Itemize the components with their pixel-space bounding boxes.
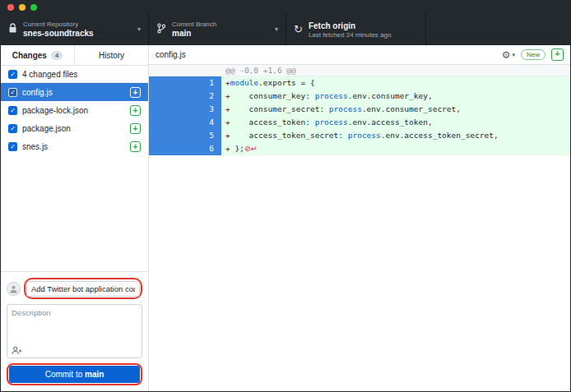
current-branch-button[interactable]: Current Branch main ▾ (149, 13, 286, 45)
zoom-window-button[interactable] (30, 4, 37, 11)
fetch-label: Fetch origin (309, 21, 392, 30)
gear-icon: ⚙ (502, 50, 511, 60)
diff-body: @@ -0,0 +1,6 @@ 1 +module.exports = { 2 … (149, 65, 570, 391)
chevron-down-icon: ▾ (275, 25, 278, 33)
file-name: package.json (22, 124, 71, 133)
code-text: + };⊘↵ (221, 142, 570, 155)
file-row-package-lock-json[interactable]: ✓ package-lock.json + (1, 101, 148, 119)
changed-files-header: ✓ 4 changed files (1, 66, 148, 83)
minimize-window-button[interactable] (19, 4, 26, 11)
branch-label: Current Branch (172, 21, 216, 28)
file-name: package-lock.json (22, 106, 88, 115)
code-text: +module.exports = { (221, 76, 570, 90)
file-list-empty-space (1, 155, 148, 271)
diff-header: config.js ⚙ ▾ New + (149, 45, 570, 65)
annotation-highlight-summary (24, 278, 142, 299)
select-all-checkbox[interactable]: ✓ (8, 70, 17, 79)
file-name: config.js (22, 88, 53, 97)
code-text: + access_token: process.env.access_token… (221, 116, 570, 129)
main-content: Changes 4 History ✓ 4 changed files ✓ co… (1, 45, 570, 391)
github-desktop-window: Current Repository snes-soundtracks ▾ Cu… (0, 0, 571, 392)
sync-icon: ↻ (294, 24, 303, 35)
file-name: snes.js (22, 142, 48, 151)
lock-icon (8, 22, 17, 37)
close-window-button[interactable] (7, 4, 14, 11)
commit-description-box (7, 304, 142, 358)
diff-line[interactable]: 3 + consumer_secret: process.env.consume… (149, 103, 570, 116)
tab-history[interactable]: History (75, 45, 148, 65)
fetch-text: Fetch origin Last fetched 24 minutes ago (309, 21, 392, 39)
commit-button[interactable]: Commit to main (9, 366, 140, 383)
changes-sidebar: Changes 4 History ✓ 4 changed files ✓ co… (1, 45, 149, 391)
line-number-gutter[interactable]: 2 (149, 90, 221, 103)
tab-changes[interactable]: Changes 4 (1, 45, 75, 65)
commit-button-branch: main (85, 370, 104, 379)
added-file-icon: + (130, 105, 141, 116)
fetch-last-fetched: Last fetched 24 minutes ago (309, 31, 392, 39)
file-checkbox[interactable]: ✓ (8, 106, 17, 115)
file-row-snes-js[interactable]: ✓ snes.js + (1, 137, 148, 155)
toolbar: Current Repository snes-soundtracks ▾ Cu… (1, 13, 570, 45)
titlebar (1, 1, 570, 13)
file-checkbox[interactable]: ✓ (8, 88, 17, 97)
file-checkbox[interactable]: ✓ (8, 142, 17, 151)
annotation-highlight-commit: Commit to main (7, 363, 142, 385)
file-list: ✓ config.js + ✓ package-lock.json + ✓ pa… (1, 83, 148, 155)
commit-summary-input[interactable] (26, 281, 140, 297)
branch-icon (156, 22, 166, 37)
commit-summary-row (7, 278, 142, 299)
changes-count-badge: 4 (51, 51, 63, 60)
diff-line[interactable]: 1 +module.exports = { (149, 76, 570, 90)
add-file-status-icon[interactable]: + (551, 48, 564, 61)
add-coauthor-button[interactable] (12, 346, 22, 355)
file-row-config-js[interactable]: ✓ config.js + (1, 83, 148, 101)
fetch-origin-button[interactable]: ↻ Fetch origin Last fetched 24 minutes a… (286, 13, 426, 45)
tab-history-label: History (99, 51, 124, 60)
sidebar-tabs: Changes 4 History (1, 45, 148, 66)
line-number-gutter[interactable]: 6 (149, 142, 221, 155)
commit-description-input[interactable] (7, 305, 142, 341)
line-number-gutter[interactable]: 3 (149, 103, 221, 116)
code-text: + consumer_key: process.env.consumer_key… (221, 90, 570, 103)
changed-files-label: 4 changed files (22, 70, 77, 79)
branch-text: Current Branch main (172, 21, 216, 38)
add-coauthor-icon (12, 345, 22, 357)
file-row-package-json[interactable]: ✓ package.json + (1, 119, 148, 137)
diff-panel: config.js ⚙ ▾ New + @@ -0,0 +1,6 @@ 1 +m… (149, 45, 570, 391)
diff-file-title: config.js (156, 50, 496, 59)
current-repository-button[interactable]: Current Repository snes-soundtracks ▾ (1, 13, 149, 45)
chevron-down-icon: ▾ (512, 52, 515, 58)
commit-button-prefix: Commit to (45, 370, 85, 379)
repo-text: Current Repository snes-soundtracks (23, 21, 94, 38)
diff-line[interactable]: 4 + access_token: process.env.access_tok… (149, 116, 570, 129)
user-avatar (7, 282, 21, 296)
code-text: + access_token_secret: process.env.acces… (221, 129, 570, 142)
chevron-down-icon: ▾ (137, 25, 141, 33)
commit-panel: Commit to main (1, 271, 148, 391)
code-text: + consumer_secret: process.env.consumer_… (221, 103, 570, 116)
added-file-icon: + (130, 87, 141, 98)
new-file-badge: New (521, 49, 545, 60)
diff-options-button[interactable]: ⚙ ▾ (502, 50, 515, 60)
diff-line[interactable]: 6 + };⊘↵ (149, 142, 570, 155)
no-newline-icon: ⊘↵ (244, 144, 258, 153)
file-checkbox[interactable]: ✓ (8, 124, 17, 133)
repo-label: Current Repository (23, 21, 94, 28)
line-number-gutter[interactable]: 1 (149, 76, 221, 90)
branch-name: main (172, 29, 216, 38)
added-file-icon: + (130, 123, 141, 134)
line-number-gutter[interactable]: 4 (149, 116, 221, 129)
diff-line[interactable]: 5 + access_token_secret: process.env.acc… (149, 129, 570, 142)
repo-name: snes-soundtracks (23, 29, 94, 38)
line-number-gutter[interactable]: 5 (149, 129, 221, 142)
diff-line[interactable]: 2 + consumer_key: process.env.consumer_k… (149, 90, 570, 103)
added-file-icon: + (130, 141, 141, 152)
tab-changes-label: Changes (12, 51, 47, 60)
hunk-header: @@ -0,0 +1,6 @@ (149, 65, 570, 76)
